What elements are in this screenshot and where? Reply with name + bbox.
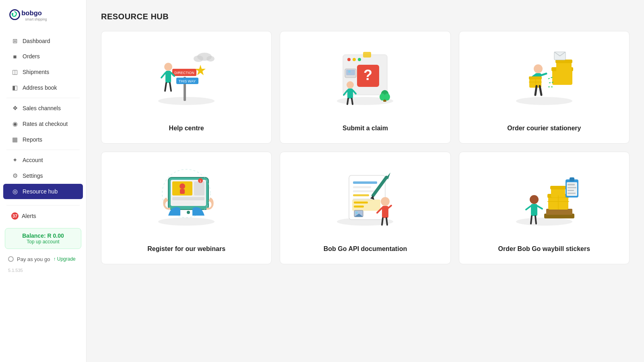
rates-icon: ◉	[11, 120, 19, 128]
card-waybill-stickers[interactable]: Order Bob Go waybill stickers	[459, 152, 630, 264]
help-centre-illustration: DIRECTION THIS WAY	[146, 43, 227, 108]
svg-point-87	[381, 197, 390, 206]
sidebar-item-rates-at-checkout[interactable]: ◉ Rates at checkout	[3, 116, 83, 132]
sidebar-label-sales-channels: Sales channels	[23, 105, 61, 111]
svg-line-116	[531, 216, 532, 224]
nav-section-main: ⊞ Dashboard ■ Orders ◫ Shipments ◧ Addre…	[0, 30, 86, 203]
sidebar-item-address-book[interactable]: ◧ Address book	[3, 80, 83, 95]
card-label-submit-claim: Submit a claim	[343, 125, 388, 132]
sidebar-label-address-book: Address book	[23, 84, 57, 91]
svg-point-19	[206, 56, 215, 62]
svg-point-48	[534, 64, 543, 73]
svg-point-25	[358, 58, 361, 61]
sidebar-item-alerts[interactable]: 37 Alerts	[3, 208, 83, 224]
version-text: 5.1.535	[0, 265, 86, 275]
shipments-icon: ◫	[11, 68, 19, 76]
sidebar-item-shipments[interactable]: ◫ Shipments	[3, 64, 83, 80]
sidebar-label-orders: Orders	[23, 53, 40, 60]
svg-marker-20	[195, 65, 206, 75]
svg-point-4	[158, 97, 215, 105]
svg-line-13	[161, 73, 165, 78]
submit-claim-illustration: ?	[325, 43, 405, 108]
logo: bobgo smart shipping	[8, 7, 56, 24]
reports-icon: ▦	[11, 136, 19, 143]
settings-icon: ⚙	[11, 172, 19, 179]
svg-line-90	[388, 206, 391, 208]
svg-text:bobgo: bobgo	[21, 9, 42, 17]
orders-icon: ■	[11, 53, 19, 60]
address-book-icon: ◧	[11, 84, 19, 91]
sidebar-label-reports: Reports	[23, 136, 42, 143]
sidebar-label-account: Account	[23, 157, 43, 163]
svg-point-112	[530, 195, 539, 204]
sidebar-item-account[interactable]: ✦ Account	[3, 152, 83, 168]
svg-line-92	[386, 218, 387, 225]
sidebar-item-settings[interactable]: ⚙ Settings	[3, 168, 83, 183]
svg-rect-109	[568, 190, 574, 191]
svg-text:?: ?	[363, 67, 372, 83]
svg-line-16	[170, 83, 171, 91]
svg-line-57	[540, 86, 541, 95]
svg-rect-67	[172, 202, 194, 204]
svg-point-1	[12, 13, 14, 15]
nav-divider-2	[6, 150, 80, 150]
svg-text:THIS WAY: THIS WAY	[179, 79, 196, 83]
svg-line-91	[382, 218, 383, 225]
svg-line-35	[347, 99, 348, 104]
card-help-centre[interactable]: DIRECTION THIS WAY	[101, 31, 272, 144]
svg-rect-65	[194, 181, 204, 195]
resource-hub-icon: ◎	[11, 188, 19, 195]
card-register-webinars[interactable]: 1 Register for our webinars	[101, 152, 272, 264]
svg-line-51	[541, 74, 546, 75]
svg-rect-76	[353, 181, 377, 184]
svg-line-114	[526, 206, 531, 210]
svg-point-39	[380, 93, 385, 101]
sidebar-item-dashboard[interactable]: ⊞ Dashboard	[3, 33, 83, 49]
svg-point-11	[164, 63, 172, 71]
svg-line-36	[352, 99, 353, 104]
svg-point-42	[516, 97, 572, 105]
svg-rect-110	[568, 193, 576, 194]
waybill-stickers-illustration	[504, 164, 584, 228]
sidebar-label-resource-hub: Resource hub	[23, 188, 58, 195]
sidebar-label-dashboard: Dashboard	[23, 38, 50, 44]
account-icon: ✦	[11, 156, 19, 164]
sidebar-item-reports[interactable]: ▦ Reports	[3, 132, 83, 147]
svg-rect-102	[550, 186, 566, 189]
nav-divider-3	[6, 205, 80, 206]
svg-line-15	[165, 83, 166, 91]
logo-area: bobgo smart shipping	[0, 0, 86, 30]
sidebar-item-orders[interactable]: ■ Orders	[3, 49, 83, 64]
sales-channels-icon: ❖	[11, 105, 19, 112]
svg-rect-41	[363, 52, 371, 58]
svg-line-56	[535, 86, 537, 95]
svg-rect-81	[352, 200, 380, 211]
alerts-badge: 37	[11, 212, 19, 220]
svg-line-115	[537, 206, 542, 209]
svg-rect-78	[353, 190, 375, 192]
card-order-stationery[interactable]: Order courier stationery	[459, 31, 630, 144]
svg-point-40	[384, 93, 390, 101]
sidebar-label-alerts: Alerts	[22, 213, 36, 219]
plan-circle-icon	[8, 256, 14, 262]
card-label-api-docs: Bob Go API documentation	[324, 245, 407, 253]
svg-rect-69	[180, 189, 185, 194]
sidebar-label-settings: Settings	[23, 173, 43, 179]
upgrade-link[interactable]: ↑ Upgrade	[53, 256, 75, 262]
svg-rect-88	[382, 206, 388, 218]
plan-row: Pay as you go ↑ Upgrade	[0, 253, 86, 265]
card-submit-claim[interactable]: ?	[280, 31, 450, 144]
sidebar-item-resource-hub[interactable]: ◎ Resource hub	[3, 184, 83, 199]
card-api-docs[interactable]: Bob Go API documentation	[280, 152, 450, 264]
card-label-webinars: Register for our webinars	[147, 245, 225, 253]
svg-point-30	[348, 70, 351, 73]
sidebar-item-sales-channels[interactable]: ❖ Sales channels	[3, 101, 83, 116]
svg-rect-108	[568, 187, 576, 188]
page-title: RESOURCE HUB	[101, 12, 630, 21]
balance-card[interactable]: Balance: R 0.00 Top up account	[5, 228, 81, 249]
stationery-illustration	[504, 43, 584, 108]
svg-rect-111	[570, 177, 574, 181]
svg-rect-107	[568, 184, 575, 185]
card-label-stationery: Order courier stationery	[507, 125, 581, 132]
svg-point-96	[516, 218, 572, 226]
